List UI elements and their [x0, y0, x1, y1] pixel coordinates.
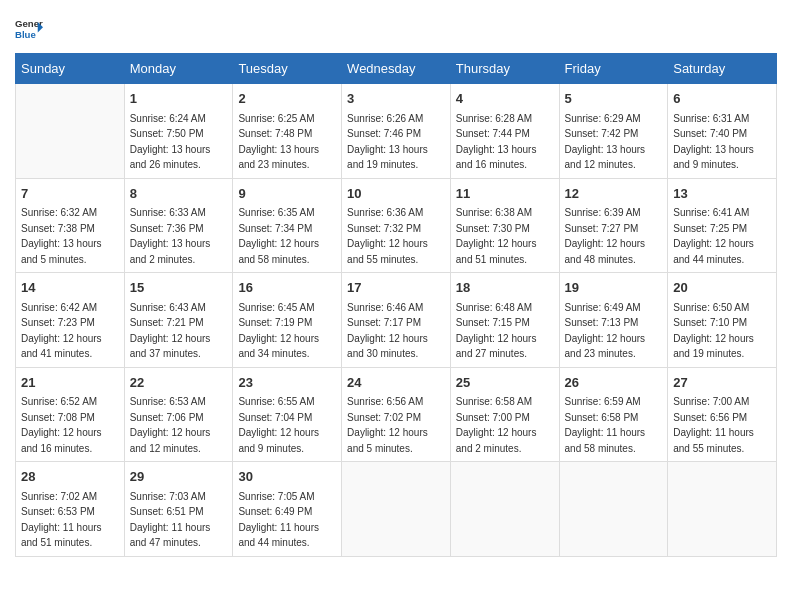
day-number: 13: [673, 184, 771, 204]
day-info: Sunrise: 6:36 AMSunset: 7:32 PMDaylight:…: [347, 205, 445, 267]
day-info: Sunrise: 6:31 AMSunset: 7:40 PMDaylight:…: [673, 111, 771, 173]
calendar-cell: [668, 462, 777, 557]
logo: General Blue: [15, 15, 43, 43]
calendar-cell: [559, 462, 668, 557]
day-number: 21: [21, 373, 119, 393]
calendar-cell: 4Sunrise: 6:28 AMSunset: 7:44 PMDaylight…: [450, 84, 559, 179]
day-number: 9: [238, 184, 336, 204]
day-number: 22: [130, 373, 228, 393]
day-number: 26: [565, 373, 663, 393]
calendar-cell: 11Sunrise: 6:38 AMSunset: 7:30 PMDayligh…: [450, 178, 559, 273]
day-info: Sunrise: 6:43 AMSunset: 7:21 PMDaylight:…: [130, 300, 228, 362]
day-info: Sunrise: 6:33 AMSunset: 7:36 PMDaylight:…: [130, 205, 228, 267]
day-header-wednesday: Wednesday: [342, 54, 451, 84]
day-info: Sunrise: 7:03 AMSunset: 6:51 PMDaylight:…: [130, 489, 228, 551]
calendar-cell: 16Sunrise: 6:45 AMSunset: 7:19 PMDayligh…: [233, 273, 342, 368]
day-info: Sunrise: 6:52 AMSunset: 7:08 PMDaylight:…: [21, 394, 119, 456]
day-number: 28: [21, 467, 119, 487]
day-info: Sunrise: 6:49 AMSunset: 7:13 PMDaylight:…: [565, 300, 663, 362]
week-row-2: 7Sunrise: 6:32 AMSunset: 7:38 PMDaylight…: [16, 178, 777, 273]
calendar-cell: 19Sunrise: 6:49 AMSunset: 7:13 PMDayligh…: [559, 273, 668, 368]
day-number: 19: [565, 278, 663, 298]
day-number: 10: [347, 184, 445, 204]
day-number: 1: [130, 89, 228, 109]
day-header-monday: Monday: [124, 54, 233, 84]
day-info: Sunrise: 6:56 AMSunset: 7:02 PMDaylight:…: [347, 394, 445, 456]
day-info: Sunrise: 6:55 AMSunset: 7:04 PMDaylight:…: [238, 394, 336, 456]
day-number: 5: [565, 89, 663, 109]
calendar-cell: 29Sunrise: 7:03 AMSunset: 6:51 PMDayligh…: [124, 462, 233, 557]
day-info: Sunrise: 6:39 AMSunset: 7:27 PMDaylight:…: [565, 205, 663, 267]
day-number: 30: [238, 467, 336, 487]
day-info: Sunrise: 6:50 AMSunset: 7:10 PMDaylight:…: [673, 300, 771, 362]
day-number: 14: [21, 278, 119, 298]
calendar-cell: 9Sunrise: 6:35 AMSunset: 7:34 PMDaylight…: [233, 178, 342, 273]
day-info: Sunrise: 6:59 AMSunset: 6:58 PMDaylight:…: [565, 394, 663, 456]
day-number: 20: [673, 278, 771, 298]
day-info: Sunrise: 6:41 AMSunset: 7:25 PMDaylight:…: [673, 205, 771, 267]
day-number: 7: [21, 184, 119, 204]
day-number: 24: [347, 373, 445, 393]
day-header-saturday: Saturday: [668, 54, 777, 84]
day-number: 15: [130, 278, 228, 298]
calendar-cell: 15Sunrise: 6:43 AMSunset: 7:21 PMDayligh…: [124, 273, 233, 368]
day-number: 11: [456, 184, 554, 204]
calendar-cell: 1Sunrise: 6:24 AMSunset: 7:50 PMDaylight…: [124, 84, 233, 179]
header: General Blue: [15, 15, 777, 43]
calendar-cell: 7Sunrise: 6:32 AMSunset: 7:38 PMDaylight…: [16, 178, 125, 273]
calendar-cell: 8Sunrise: 6:33 AMSunset: 7:36 PMDaylight…: [124, 178, 233, 273]
calendar-cell: 30Sunrise: 7:05 AMSunset: 6:49 PMDayligh…: [233, 462, 342, 557]
day-info: Sunrise: 6:28 AMSunset: 7:44 PMDaylight:…: [456, 111, 554, 173]
day-number: 17: [347, 278, 445, 298]
calendar-table: SundayMondayTuesdayWednesdayThursdayFrid…: [15, 53, 777, 557]
calendar-cell: 18Sunrise: 6:48 AMSunset: 7:15 PMDayligh…: [450, 273, 559, 368]
calendar-cell: 25Sunrise: 6:58 AMSunset: 7:00 PMDayligh…: [450, 367, 559, 462]
day-header-thursday: Thursday: [450, 54, 559, 84]
day-header-sunday: Sunday: [16, 54, 125, 84]
day-info: Sunrise: 6:58 AMSunset: 7:00 PMDaylight:…: [456, 394, 554, 456]
calendar-cell: 13Sunrise: 6:41 AMSunset: 7:25 PMDayligh…: [668, 178, 777, 273]
day-info: Sunrise: 6:26 AMSunset: 7:46 PMDaylight:…: [347, 111, 445, 173]
calendar-cell: 14Sunrise: 6:42 AMSunset: 7:23 PMDayligh…: [16, 273, 125, 368]
day-number: 27: [673, 373, 771, 393]
day-number: 3: [347, 89, 445, 109]
day-info: Sunrise: 7:05 AMSunset: 6:49 PMDaylight:…: [238, 489, 336, 551]
day-header-tuesday: Tuesday: [233, 54, 342, 84]
day-number: 16: [238, 278, 336, 298]
calendar-cell: 10Sunrise: 6:36 AMSunset: 7:32 PMDayligh…: [342, 178, 451, 273]
day-info: Sunrise: 6:42 AMSunset: 7:23 PMDaylight:…: [21, 300, 119, 362]
day-info: Sunrise: 6:25 AMSunset: 7:48 PMDaylight:…: [238, 111, 336, 173]
day-number: 29: [130, 467, 228, 487]
day-number: 25: [456, 373, 554, 393]
calendar-cell: [342, 462, 451, 557]
day-info: Sunrise: 7:02 AMSunset: 6:53 PMDaylight:…: [21, 489, 119, 551]
day-header-friday: Friday: [559, 54, 668, 84]
calendar-cell: 3Sunrise: 6:26 AMSunset: 7:46 PMDaylight…: [342, 84, 451, 179]
day-number: 18: [456, 278, 554, 298]
day-info: Sunrise: 6:35 AMSunset: 7:34 PMDaylight:…: [238, 205, 336, 267]
day-number: 23: [238, 373, 336, 393]
calendar-cell: 26Sunrise: 6:59 AMSunset: 6:58 PMDayligh…: [559, 367, 668, 462]
week-row-5: 28Sunrise: 7:02 AMSunset: 6:53 PMDayligh…: [16, 462, 777, 557]
day-info: Sunrise: 6:32 AMSunset: 7:38 PMDaylight:…: [21, 205, 119, 267]
day-info: Sunrise: 6:38 AMSunset: 7:30 PMDaylight:…: [456, 205, 554, 267]
day-number: 12: [565, 184, 663, 204]
day-info: Sunrise: 6:29 AMSunset: 7:42 PMDaylight:…: [565, 111, 663, 173]
logo-icon: General Blue: [15, 15, 43, 43]
day-info: Sunrise: 7:00 AMSunset: 6:56 PMDaylight:…: [673, 394, 771, 456]
calendar-cell: 24Sunrise: 6:56 AMSunset: 7:02 PMDayligh…: [342, 367, 451, 462]
day-info: Sunrise: 6:45 AMSunset: 7:19 PMDaylight:…: [238, 300, 336, 362]
calendar-cell: 22Sunrise: 6:53 AMSunset: 7:06 PMDayligh…: [124, 367, 233, 462]
calendar-cell: 2Sunrise: 6:25 AMSunset: 7:48 PMDaylight…: [233, 84, 342, 179]
calendar-cell: 23Sunrise: 6:55 AMSunset: 7:04 PMDayligh…: [233, 367, 342, 462]
calendar-cell: 20Sunrise: 6:50 AMSunset: 7:10 PMDayligh…: [668, 273, 777, 368]
calendar-cell: 17Sunrise: 6:46 AMSunset: 7:17 PMDayligh…: [342, 273, 451, 368]
svg-text:Blue: Blue: [15, 29, 36, 40]
calendar-cell: 12Sunrise: 6:39 AMSunset: 7:27 PMDayligh…: [559, 178, 668, 273]
week-row-4: 21Sunrise: 6:52 AMSunset: 7:08 PMDayligh…: [16, 367, 777, 462]
day-info: Sunrise: 6:48 AMSunset: 7:15 PMDaylight:…: [456, 300, 554, 362]
calendar-cell: 6Sunrise: 6:31 AMSunset: 7:40 PMDaylight…: [668, 84, 777, 179]
calendar-cell: [450, 462, 559, 557]
day-info: Sunrise: 6:46 AMSunset: 7:17 PMDaylight:…: [347, 300, 445, 362]
week-row-3: 14Sunrise: 6:42 AMSunset: 7:23 PMDayligh…: [16, 273, 777, 368]
